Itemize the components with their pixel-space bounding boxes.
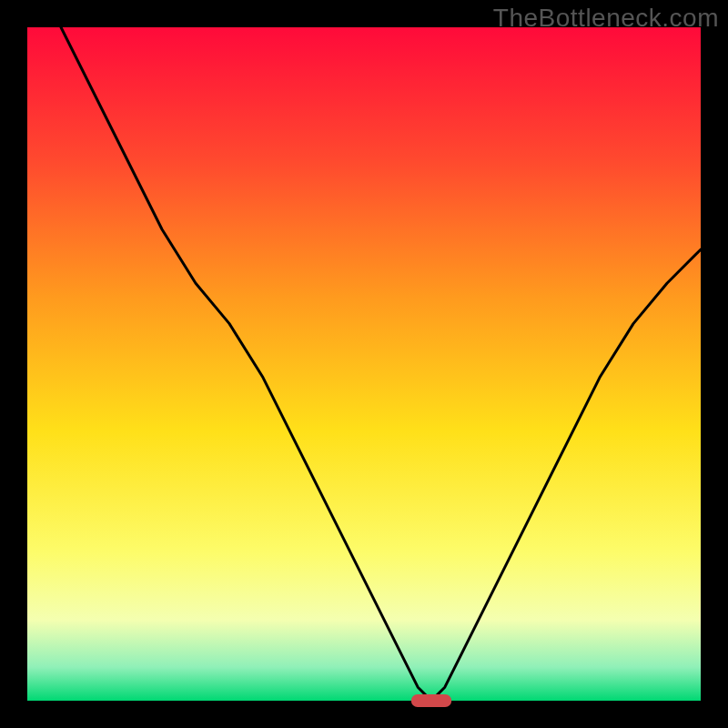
chart-container: TheBottleneck.com — [0, 0, 728, 728]
plot-background — [27, 27, 701, 701]
optimal-marker — [411, 694, 451, 707]
watermark-label: TheBottleneck.com — [493, 4, 719, 33]
bottleneck-chart — [0, 0, 728, 728]
